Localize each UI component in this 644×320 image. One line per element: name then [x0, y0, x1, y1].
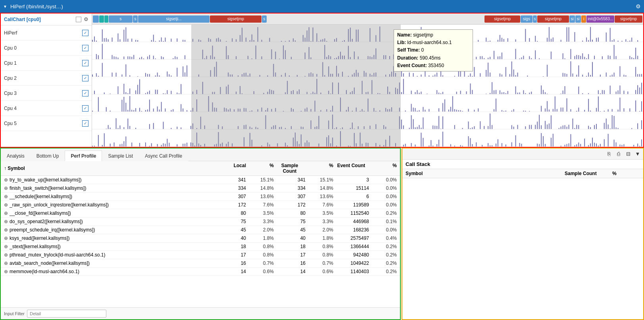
svg-rect-244	[578, 55, 579, 59]
table-row[interactable]: ⊕__close_fd([kernel.kallsyms]) 80 3.5% 8…	[1, 209, 400, 218]
chart-area[interactable]: s s sigsetji... sigsetjmp s sigsetjmp si…	[92, 13, 643, 147]
filter-icon[interactable]: ⊟	[624, 150, 632, 158]
event-count-cell: 2575497	[333, 235, 369, 241]
svg-rect-225	[490, 57, 490, 59]
svg-rect-813	[177, 144, 177, 147]
expand-icon[interactable]: ⊕	[4, 227, 8, 233]
track-checkbox[interactable]: ✓	[82, 60, 88, 66]
track-checkbox[interactable]: ✓	[82, 75, 88, 81]
svg-rect-493	[517, 93, 518, 94]
expand-icon[interactable]: ⊕	[4, 244, 8, 249]
svg-rect-447	[330, 94, 331, 94]
table-row[interactable]: ⊕memmove(ld-musl-aarch64.so.1) 14 0.6% 1…	[1, 268, 400, 276]
svg-rect-790	[641, 120, 642, 129]
tab-async-call-profile[interactable]: Async Call Profile	[139, 150, 188, 161]
sample-pct-cell: 7.6%	[306, 202, 333, 208]
svg-rect-135	[102, 44, 103, 59]
tooltip-lib: Lib: ld-musl-aarch64.so.1	[397, 39, 469, 46]
svg-rect-711	[334, 129, 335, 129]
export-icon[interactable]: ⎙	[615, 150, 623, 158]
table-row[interactable]: ⊕do_sys_openat2([kernel.kallsyms]) 75 3.…	[1, 218, 400, 226]
svg-rect-557	[224, 108, 225, 112]
svg-rect-358	[490, 73, 490, 77]
local-pct-cell: 0.8%	[246, 244, 274, 249]
svg-rect-283	[186, 66, 187, 77]
svg-rect-802	[131, 143, 132, 147]
table-row[interactable]: ⊕preempt_schedule_irq([kernel.kallsyms])…	[1, 226, 400, 234]
dropdown-icon[interactable]: ▼	[634, 150, 642, 158]
tab-perf-profile[interactable]: Perf Profile	[65, 150, 102, 161]
event-pct-cell: 0.2%	[369, 269, 397, 274]
svg-rect-672	[127, 119, 128, 129]
svg-rect-542	[159, 110, 160, 112]
svg-rect-752	[511, 125, 512, 129]
copy-icon[interactable]: ⎘	[605, 150, 613, 158]
svg-rect-806	[151, 143, 152, 147]
track-checkbox[interactable]: ✓	[82, 105, 88, 112]
local-pct-cell: 0.6%	[246, 269, 274, 274]
local-cell: 16	[214, 260, 246, 266]
svg-rect-871	[405, 144, 406, 147]
svg-rect-300	[275, 73, 276, 77]
svg-rect-882	[450, 144, 451, 147]
svg-rect-656	[608, 109, 609, 112]
dropdown-arrow-icon[interactable]: ▼	[3, 4, 7, 9]
svg-rect-778	[594, 125, 595, 129]
svg-rect-648	[578, 108, 579, 112]
svg-rect-23	[171, 39, 171, 42]
track-checkbox[interactable]: ✓	[82, 30, 88, 36]
expand-icon[interactable]: ⊕	[4, 219, 8, 224]
input-filter-input[interactable]	[27, 310, 106, 318]
svg-rect-618	[454, 109, 455, 112]
svg-rect-647	[576, 111, 577, 112]
expand-icon[interactable]: ⊕	[4, 252, 8, 258]
table-row[interactable]: ⊕ksys_read([kernel.kallsyms]) 40 1.8% 40…	[1, 234, 400, 243]
table-row[interactable]: ⊕try_to_wake_up([kernel.kallsyms]) 341 1…	[1, 176, 400, 184]
svg-rect-17	[153, 35, 154, 42]
table-row[interactable]: ⊕_stext([kernel.kallsyms]) 18 0.8% 18 0.…	[1, 243, 400, 251]
track-checkbox[interactable]: ✓	[82, 90, 88, 96]
svg-rect-174	[283, 45, 284, 59]
event-count-cell: 1049422	[333, 260, 369, 266]
table-row[interactable]: ⊕__schedule([kernel.kallsyms]) 307 13.6%…	[1, 193, 400, 201]
expand-icon[interactable]: ⊕	[4, 235, 8, 241]
top-section: CallChart [cpu0] ⚙ HiPerf ✓ Cpu 0 ✓ Cpu …	[0, 13, 644, 148]
svg-rect-260	[637, 56, 638, 59]
svg-rect-319	[352, 75, 353, 77]
svg-rect-876	[429, 145, 429, 147]
call-chart-checkbox[interactable]	[76, 17, 81, 22]
svg-rect-142	[129, 56, 130, 59]
tab-analysis[interactable]: Analysis	[1, 150, 31, 161]
call-stack-body	[402, 178, 643, 319]
svg-rect-419	[202, 82, 203, 94]
expand-icon[interactable]: ⊕	[4, 185, 8, 191]
expand-icon[interactable]: ⊕	[4, 210, 8, 216]
svg-rect-515	[618, 91, 619, 94]
expand-icon[interactable]: ⊕	[4, 202, 8, 208]
settings-icon[interactable]: ⚙	[636, 3, 641, 10]
svg-rect-448	[332, 82, 333, 94]
table-row[interactable]: ⊕_raw_spin_unlock_irqrestore([kernel.kal…	[1, 201, 400, 209]
track-checkbox[interactable]: ✓	[82, 45, 88, 51]
event-pct-cell: 0.0%	[369, 177, 397, 183]
svg-rect-136	[112, 55, 113, 59]
tab-bottom-up[interactable]: Bottom Up	[31, 150, 65, 161]
svg-rect-836	[267, 143, 268, 147]
table-row[interactable]: ⊕avtab_search_node([kernel.kallsyms]) 16…	[1, 259, 400, 268]
svg-rect-505	[565, 86, 565, 94]
call-chart-settings-icon[interactable]: ⚙	[84, 16, 88, 22]
svg-rect-110	[553, 37, 554, 42]
track-row-cpu-5: Cpu 5 ✓	[1, 116, 92, 131]
svg-rect-810	[165, 144, 166, 147]
svg-rect-51	[295, 40, 296, 42]
expand-icon[interactable]: ⊕	[4, 269, 8, 274]
table-row[interactable]: ⊕pthread_mutex_trylock(ld-musl-aarch64.s…	[1, 251, 400, 259]
expand-icon[interactable]: ⊕	[4, 177, 8, 183]
svg-rect-910	[565, 145, 565, 147]
track-checkbox[interactable]: ✓	[82, 120, 88, 127]
tab-sample-list[interactable]: Sample List	[102, 150, 139, 161]
svg-rect-408	[155, 90, 156, 94]
expand-icon[interactable]: ⊕	[4, 194, 8, 199]
table-row[interactable]: ⊕finish_task_switch([kernel.kallsyms]) 3…	[1, 184, 400, 193]
expand-icon[interactable]: ⊕	[4, 260, 8, 266]
